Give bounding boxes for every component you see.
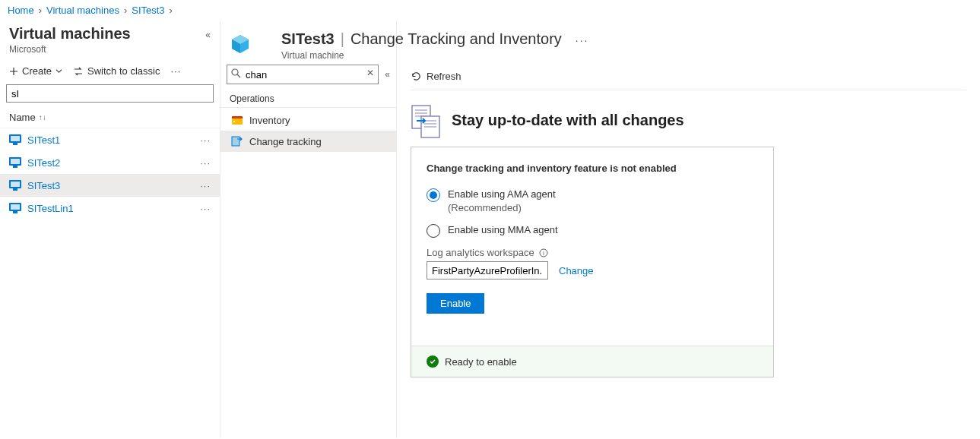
workspace-input[interactable] — [427, 261, 548, 280]
enable-card: Change tracking and inventory feature is… — [411, 147, 774, 377]
check-circle-icon — [427, 355, 439, 368]
vm-toolbar: Create Switch to classic ··· — [0, 61, 220, 84]
vm-list-pane: Virtual machines Microsoft « Create Swit… — [0, 21, 220, 438]
svg-rect-10 — [11, 204, 20, 210]
chevron-right-icon: › — [39, 5, 42, 16]
radio-icon — [427, 188, 440, 202]
vm-resource-icon — [230, 33, 251, 55]
svg-text:i: i — [543, 250, 544, 257]
chevron-right-icon: › — [170, 5, 173, 16]
sort-asc-icon: ↑↓ — [39, 113, 46, 122]
collapse-pane-button[interactable]: « — [205, 25, 211, 40]
swap-icon — [73, 67, 84, 76]
resource-more-button[interactable]: ··· — [576, 34, 589, 46]
clear-search-button[interactable]: ✕ — [366, 68, 374, 78]
breadcrumb-item[interactable]: Home — [8, 5, 34, 16]
change-tracking-hero-icon — [411, 104, 438, 136]
svg-rect-4 — [11, 159, 20, 164]
svg-rect-5 — [13, 166, 17, 168]
menu-search-input[interactable] — [227, 65, 379, 84]
row-more-button[interactable]: ··· — [200, 180, 211, 191]
column-header-name[interactable]: Name ↑↓ — [0, 107, 220, 128]
change-tracking-icon — [231, 135, 243, 147]
svg-point-12 — [232, 69, 238, 75]
breadcrumb-item[interactable]: Virtual machines — [46, 5, 119, 16]
vm-list-item[interactable]: SITest2 ··· — [0, 151, 220, 174]
breadcrumb: Home › Virtual machines › SITest3 › — [0, 0, 980, 21]
breadcrumb-item[interactable]: SITest3 — [132, 5, 164, 16]
info-icon[interactable]: i — [539, 248, 548, 257]
vm-list-item[interactable]: SITest3 ··· — [0, 174, 220, 197]
resource-type-label: Virtual machine — [281, 50, 344, 61]
change-workspace-link[interactable]: Change — [559, 265, 594, 276]
menu-group-header: Operations — [220, 90, 396, 108]
plus-icon — [9, 67, 18, 76]
more-actions-button[interactable]: ··· — [170, 65, 181, 77]
svg-point-15 — [233, 121, 235, 122]
card-title: Change tracking and inventory feature is… — [427, 163, 758, 174]
search-icon — [231, 68, 241, 78]
vm-filter-input[interactable] — [6, 84, 214, 103]
vm-list-item[interactable]: SITest1 ··· — [0, 128, 220, 151]
radio-mma-agent[interactable]: Enable using MMA agent — [427, 223, 758, 238]
svg-rect-14 — [232, 116, 243, 118]
svg-rect-2 — [13, 143, 17, 145]
content-pane: Refresh Stay up-to-date with all changes… — [397, 21, 980, 438]
enable-button[interactable]: Enable — [427, 293, 484, 314]
row-more-button[interactable]: ··· — [200, 134, 211, 146]
svg-rect-8 — [13, 188, 17, 191]
svg-rect-16 — [232, 137, 239, 146]
resource-menu-pane: ✕ « Operations Inventory Change tracking — [220, 21, 397, 438]
pane-subtitle: Microsoft — [9, 44, 205, 55]
workspace-field-label: Log analytics workspace i — [427, 247, 758, 258]
switch-to-classic-button[interactable]: Switch to classic — [73, 65, 160, 77]
inventory-icon — [231, 114, 243, 126]
collapse-menu-button[interactable]: « — [385, 69, 390, 80]
menu-item-change-tracking[interactable]: Change tracking — [220, 131, 396, 152]
chevron-down-icon — [56, 68, 62, 74]
chevron-right-icon: › — [124, 5, 127, 16]
refresh-button[interactable]: Refresh — [411, 71, 461, 82]
status-text: Ready to enable — [445, 356, 517, 368]
vm-icon — [9, 203, 21, 213]
command-bar: Refresh — [411, 60, 966, 90]
refresh-icon — [411, 71, 422, 82]
status-bar: Ready to enable — [411, 346, 773, 377]
vm-list-item[interactable]: SITestLin1 ··· — [0, 197, 220, 220]
row-more-button[interactable]: ··· — [200, 203, 211, 214]
svg-rect-1 — [11, 136, 20, 141]
resource-name: SITest3 — [281, 30, 335, 48]
vm-icon — [9, 134, 21, 145]
row-more-button[interactable]: ··· — [200, 157, 211, 169]
menu-item-inventory[interactable]: Inventory — [220, 109, 396, 131]
create-button[interactable]: Create — [9, 65, 62, 77]
radio-ama-agent[interactable]: Enable using AMA agent (Recommended) — [427, 188, 758, 214]
vm-icon — [9, 157, 21, 168]
svg-rect-11 — [13, 211, 17, 213]
page-title: Change Tracking and Inventory — [350, 30, 562, 48]
pane-title: Virtual machines — [9, 25, 205, 43]
hero-title: Stay up-to-date with all changes — [452, 112, 684, 129]
radio-icon — [427, 224, 440, 238]
svg-rect-7 — [11, 182, 20, 187]
vm-icon — [9, 180, 21, 191]
